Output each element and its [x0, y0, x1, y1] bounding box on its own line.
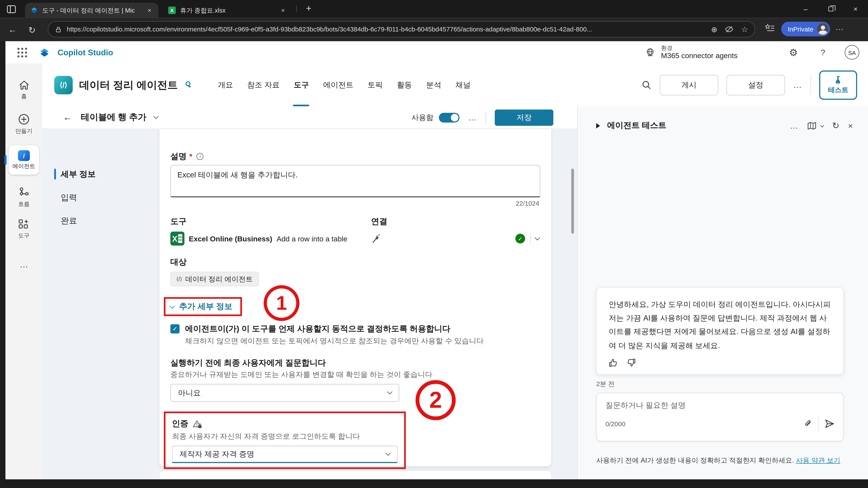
test-more-icon[interactable]: … [790, 121, 799, 130]
panel-collapse-icon[interactable] [596, 123, 600, 128]
info-icon[interactable]: i [196, 153, 204, 160]
tab-knowledge[interactable]: 참조 자료 [240, 64, 287, 106]
more-details-expander[interactable]: 추가 세부 정보 [179, 301, 232, 312]
plus-circle-icon [18, 113, 30, 125]
content-scrollbar[interactable] [571, 169, 574, 234]
sidebar-item-agents[interactable]: / 에이전트 [9, 145, 39, 174]
help-icon[interactable]: ? [821, 48, 825, 57]
close-window-button[interactable]: × [843, 0, 868, 18]
inprivate-badge[interactable]: InPrivate [781, 22, 830, 36]
auth-warning-lock-icon [193, 419, 202, 428]
agent-header-bar: ⟨/⟩ 데이터 정리 에이전트 개요 참조 자료 도구 에이전트 토픽 활동 분… [42, 64, 868, 106]
window-edge-bottom [0, 479, 868, 488]
back-button[interactable]: ← [5, 23, 20, 37]
search-icon[interactable] [641, 80, 652, 90]
sidebar-item-home[interactable]: 홈 [5, 80, 42, 100]
reset-conversation-icon[interactable]: ↻ [832, 120, 840, 131]
favorites-bar-icon[interactable] [765, 24, 775, 33]
settings-gear-icon[interactable]: ⚙ [789, 46, 798, 58]
back-to-tools-icon[interactable]: ← [63, 112, 72, 123]
enabled-toggle[interactable] [439, 112, 460, 122]
expander-chevron-icon[interactable] [169, 303, 175, 308]
sidebar-label: 흐름 [18, 201, 30, 208]
browser-tab-active[interactable]: 도구 - 데이터 정리 에이전트 | Mic × [25, 3, 158, 18]
svg-text:X: X [170, 8, 174, 13]
account-avatar[interactable]: SA [845, 45, 860, 60]
map-chevron-icon[interactable] [820, 124, 824, 128]
agent-edit-icon[interactable] [183, 80, 192, 90]
environment-name: M365 connector agents [661, 52, 738, 61]
publish-button[interactable]: 게시 [660, 75, 718, 95]
tool-toolbar: ← 테이블에 행 추가 사용함 … 저장 [42, 106, 577, 129]
restore-button[interactable] [818, 0, 843, 18]
nav-label: 입력 [61, 192, 77, 202]
sidebar-more-icon[interactable]: … [5, 260, 42, 269]
product-name[interactable]: Copilot Studio [58, 48, 113, 57]
sidebar-item-flows[interactable]: 흐름 [5, 187, 42, 208]
waffle-menu-icon[interactable] [18, 47, 27, 57]
auth-label: 인증 [172, 419, 188, 429]
sidebar-label: 에이전트 [12, 162, 35, 170]
agent-settings-button[interactable]: 설정 [726, 75, 785, 95]
attachment-icon[interactable] [804, 419, 812, 429]
tab-channels[interactable]: 채널 [448, 64, 477, 106]
tool-title-chevron-icon[interactable] [153, 113, 159, 119]
close-panel-icon[interactable]: × [848, 121, 853, 130]
browser-menu-icon[interactable]: … [835, 22, 844, 32]
refresh-button[interactable]: ↻ [25, 23, 39, 37]
tab-tools-label: 도구 [294, 80, 309, 90]
chat-input[interactable] [606, 400, 834, 409]
nav-item-details[interactable]: 세부 정보 [54, 166, 147, 182]
thumbs-down-icon[interactable] [626, 358, 636, 367]
tab-tools[interactable]: 도구 [287, 64, 316, 106]
tab-actions-icon[interactable] [6, 4, 16, 14]
confirm-dropdown[interactable]: 아니요 [170, 384, 399, 402]
form-section-nav: 세부 정보 입력 완료 [54, 166, 147, 236]
dynamic-use-checkbox[interactable]: ✓ [170, 324, 180, 333]
send-icon[interactable] [825, 419, 834, 429]
minimize-button[interactable]: – [793, 0, 818, 18]
agent-more-icon[interactable]: … [793, 80, 803, 90]
address-bar[interactable]: https://copilotstudio.microsoft.com/envi… [48, 21, 755, 37]
sidebar-item-create[interactable]: 만들기 [5, 113, 42, 135]
nav-item-inputs[interactable]: 입력 [54, 189, 147, 206]
terms-link[interactable]: 사용 약관 보기 [796, 456, 840, 464]
tab-close-icon[interactable]: × [146, 6, 153, 14]
screen: 도구 - 데이터 정리 에이전트 | Mic × X 휴가 종합표.xlsx ×… [0, 0, 868, 488]
new-tab-button[interactable]: + [302, 2, 316, 15]
tab-close-icon[interactable]: × [279, 6, 286, 14]
connection-plug-icon [371, 233, 381, 244]
test-agent-button[interactable]: 테스트 [819, 70, 857, 100]
thumbs-up-icon[interactable] [609, 358, 618, 367]
zoom-page-icon[interactable]: ⊕ [711, 25, 717, 34]
tab-agents[interactable]: 에이전트 [316, 64, 361, 106]
tab-topics[interactable]: 토픽 [361, 64, 390, 106]
connection-chevron-icon[interactable] [535, 235, 540, 240]
sidebar-item-tools[interactable]: 도구 [5, 219, 42, 240]
tab-overview[interactable]: 개요 [211, 64, 240, 106]
description-textarea[interactable]: Excel 테이블에 새 행을 추가합니다. [170, 165, 540, 197]
lock-icon [55, 26, 62, 33]
tab-analytics[interactable]: 분석 [419, 64, 448, 106]
browser-tab-excel[interactable]: X 휴가 종합표.xlsx × [163, 3, 292, 18]
divider [486, 111, 486, 124]
agent-test-panel: 에이전트 테스트 … ↻ × 안녕하세요, 가상 도우미 데이터 정리 에이전트… [577, 106, 868, 479]
save-button[interactable]: 저장 [495, 109, 553, 126]
target-agent-chip[interactable]: ⟨/⟩ 데이터 정리 에이전트 [170, 272, 259, 287]
tab-separator [296, 5, 297, 12]
copilot-studio-logo[interactable] [39, 47, 50, 58]
password-hidden-icon[interactable] [725, 26, 734, 33]
tool-more-icon[interactable]: … [468, 113, 477, 122]
favorite-star-icon[interactable]: ☆ [741, 25, 748, 34]
inprivate-label: InPrivate [788, 25, 813, 33]
auth-dropdown[interactable]: 제작자 제공 자격 증명 [172, 446, 398, 463]
browser-toolbar: ← ↻ https://copilotstudio.microsoft.com/… [0, 18, 868, 41]
activity-map-icon[interactable] [807, 121, 816, 130]
environment-picker[interactable]: 환경 M365 connector agents [661, 44, 738, 61]
nav-item-completion[interactable]: 완료 [54, 213, 147, 229]
ai-disclaimer: 사용하기 전에 AI가 생성한 내용이 정확하고 적절한지 확인하세요. 사용 … [596, 455, 849, 466]
sidebar-label: 홈 [21, 93, 27, 100]
tab-activity[interactable]: 활동 [390, 64, 419, 106]
sidebar-active-indicator [4, 155, 6, 165]
confirm-dropdown-value: 아니요 [178, 388, 201, 398]
